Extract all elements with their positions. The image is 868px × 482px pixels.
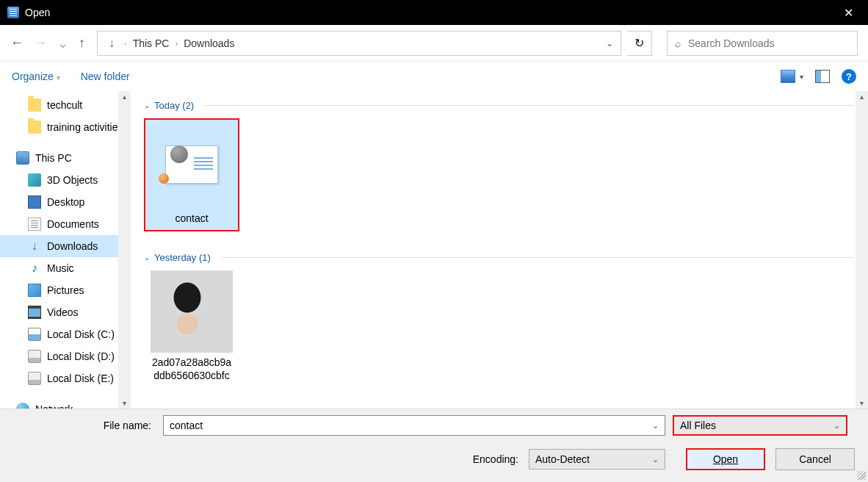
- history-dropdown[interactable]: ⌄: [57, 35, 68, 51]
- filename-input[interactable]: [170, 420, 652, 431]
- 3d-objects-icon: [28, 173, 41, 187]
- resize-grip[interactable]: [857, 471, 866, 480]
- breadcrumb: This PC › Downloads: [133, 37, 600, 49]
- address-bar[interactable]: › This PC › Downloads ⌄: [97, 31, 621, 56]
- address-dropdown[interactable]: ⌄: [606, 38, 613, 48]
- image-thumbnail: [151, 270, 233, 353]
- tree-item-3d-objects[interactable]: 3D Objects: [0, 169, 118, 191]
- disk-icon: [28, 372, 41, 385]
- navigation-tree: techcult training activities This PC 3D …: [0, 91, 131, 409]
- documents-icon: [28, 217, 41, 231]
- tree-item-this-pc[interactable]: This PC: [0, 147, 118, 169]
- chevron-down-icon: ⌄: [833, 421, 840, 431]
- file-label: contact: [145, 209, 238, 230]
- breadcrumb-pc[interactable]: This PC: [133, 37, 170, 49]
- group-header-today[interactable]: ⌄ Today (2): [144, 100, 855, 111]
- videos-icon: [28, 306, 41, 319]
- group-header-yesterday[interactable]: ⌄ Yesterday (1): [144, 252, 855, 263]
- desktop-icon: [28, 195, 41, 209]
- folder-icon: [28, 120, 41, 134]
- tree-item-folder[interactable]: techcult: [0, 94, 118, 116]
- refresh-button[interactable]: ↻: [627, 31, 652, 56]
- chevron-down-icon: ⌄: [652, 455, 659, 464]
- filename-label: File name:: [13, 420, 156, 431]
- pc-icon: [16, 151, 29, 165]
- file-item-contact[interactable]: contact: [144, 118, 239, 231]
- open-button[interactable]: Open: [686, 448, 765, 470]
- content-scrollbar[interactable]: ▴ ▾: [856, 91, 868, 409]
- encoding-label: Encoding:: [473, 453, 518, 465]
- tree-item-desktop[interactable]: Desktop: [0, 191, 118, 213]
- search-input[interactable]: [688, 37, 850, 49]
- tree-item-pictures[interactable]: Pictures: [0, 279, 118, 301]
- organize-menu[interactable]: Organize ▾: [12, 71, 60, 82]
- filename-dropdown-icon[interactable]: ⌄: [652, 421, 659, 431]
- back-button[interactable]: ←: [10, 35, 23, 51]
- close-button[interactable]: ✕: [836, 3, 861, 23]
- chevron-right-icon: ›: [175, 39, 178, 48]
- address-root-chevron[interactable]: ›: [124, 39, 127, 48]
- sidebar-scrollbar[interactable]: ▴ ▾: [118, 91, 131, 409]
- tree-item-downloads[interactable]: Downloads: [0, 235, 118, 257]
- tree-item-documents[interactable]: Documents: [0, 213, 118, 235]
- forward-button[interactable]: →: [34, 35, 47, 51]
- tree-item-music[interactable]: ♪Music: [0, 257, 118, 279]
- chevron-down-icon: ⌄: [144, 253, 150, 262]
- view-mode-dropdown[interactable]: ▾: [800, 73, 803, 81]
- downloads-icon: [28, 240, 41, 253]
- search-icon: ⌕: [675, 37, 681, 49]
- window-title: Open: [25, 7, 50, 18]
- filename-combobox[interactable]: ⌄: [163, 415, 665, 436]
- help-button[interactable]: ?: [842, 69, 856, 84]
- folder-icon: [28, 98, 41, 112]
- tree-item-disk-c[interactable]: Local Disk (C:): [0, 323, 118, 345]
- search-box[interactable]: ⌕: [667, 31, 858, 56]
- pictures-icon: [28, 284, 41, 297]
- preview-pane-button[interactable]: [815, 70, 830, 83]
- file-label: 2ad07a28a8cb9addb6560630cbfc: [144, 353, 239, 382]
- cancel-button[interactable]: Cancel: [775, 448, 855, 470]
- file-list-pane: ⌄ Today (2) contact ⌄ Yesterday (1): [131, 91, 868, 409]
- breadcrumb-folder[interactable]: Downloads: [184, 37, 234, 49]
- app-icon: [7, 7, 19, 18]
- music-icon: ♪: [28, 262, 41, 275]
- tree-item-disk-e[interactable]: Local Disk (E:): [0, 367, 118, 389]
- network-icon: [16, 403, 29, 409]
- new-folder-button[interactable]: New folder: [81, 71, 130, 82]
- navigation-bar: ← → ⌄ ↑ › This PC › Downloads ⌄ ↻ ⌕: [0, 25, 868, 62]
- tree-item-folder[interactable]: training activities: [0, 116, 118, 138]
- scroll-up-icon[interactable]: ▴: [123, 93, 126, 101]
- tree-item-disk-d[interactable]: Local Disk (D:): [0, 345, 118, 367]
- file-item-image[interactable]: 2ad07a28a8cb9addb6560630cbfc: [144, 270, 239, 382]
- view-mode-button[interactable]: [781, 70, 795, 83]
- toolbar: Organize ▾ New folder ▾ ?: [0, 62, 868, 91]
- encoding-dropdown[interactable]: Auto-Detect ⌄: [529, 449, 665, 470]
- title-bar: Open ✕: [0, 0, 868, 25]
- download-icon: [105, 37, 118, 50]
- file-type-filter[interactable]: All Files ⌄: [673, 415, 847, 436]
- scroll-down-icon[interactable]: ▾: [860, 399, 864, 407]
- up-button[interactable]: ↑: [79, 35, 85, 51]
- dialog-footer: File name: ⌄ All Files ⌄ Encoding: Auto-…: [0, 409, 868, 482]
- tree-item-network[interactable]: Network: [0, 398, 118, 409]
- scroll-up-icon[interactable]: ▴: [860, 93, 864, 101]
- contact-file-icon: [165, 145, 218, 184]
- tree-item-videos[interactable]: Videos: [0, 301, 118, 323]
- scroll-down-icon[interactable]: ▾: [123, 399, 126, 407]
- chevron-down-icon: ⌄: [144, 101, 150, 109]
- disk-icon: [28, 350, 41, 363]
- disk-icon: [28, 328, 41, 341]
